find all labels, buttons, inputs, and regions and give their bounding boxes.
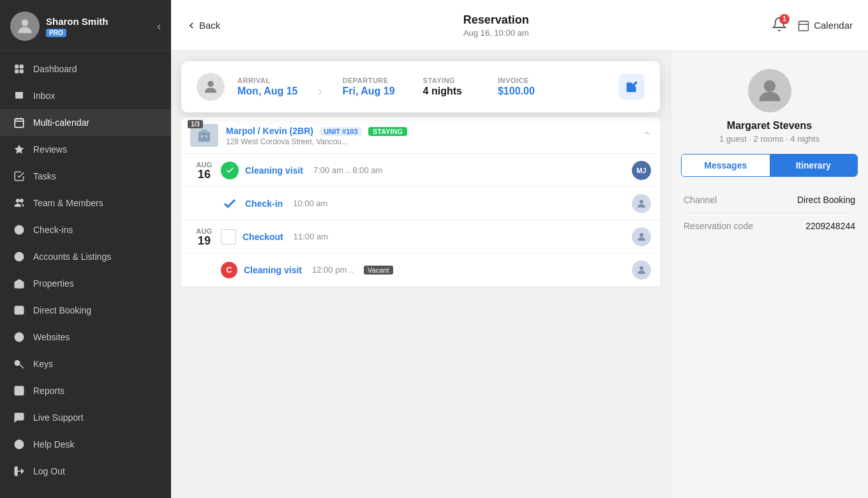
keys-icon [13,358,26,370]
reservation-card: ARRIVAL Mon, Aug 15 › DEPARTURE Fri, Aug… [181,61,660,112]
topbar-right: 1 Calendar [772,17,853,34]
svg-rect-4 [20,70,24,73]
property-header: 1/3 Marpol / Kevin (2BR) UNIT #103 STAYI… [181,117,660,154]
checkout-event-name[interactable]: Checkout [243,232,283,242]
sidebar-item-label: Help Desk [33,439,75,449]
sidebar-item-properties[interactable]: Properties [0,270,171,297]
sidebar-user: Sharon Smith PRO [10,11,108,41]
sidebar: Sharon Smith PRO ‹ Dashboard Inbox Multi [0,0,171,498]
day-label-16: AUG 16 [190,161,221,180]
sidebar-item-direct-booking[interactable]: Direct Booking [0,297,171,324]
event-row-cleaning-16: AUG 16 Cleaning visit 7:00 am .. 8:00 am… [181,154,660,187]
property-name[interactable]: Marpol / Kevin (2BR) [226,126,313,136]
topbar-title: Reservation [463,13,529,27]
svg-rect-14 [18,285,21,288]
svg-rect-3 [15,70,19,73]
svg-point-31 [640,200,643,204]
cleaning-aug19-avatar [632,260,651,280]
sidebar-item-websites[interactable]: Websites [0,324,171,351]
svg-rect-5 [15,119,24,128]
reservation-code-label: Reservation code [684,221,753,231]
user-name: Sharon Smith [46,16,108,27]
reservation-edit-button[interactable] [619,74,645,100]
sidebar-item-keys[interactable]: Keys [0,351,171,377]
invoice-field: INVOICE $100.00 [498,77,535,97]
sidebar-item-label: Team & Members [33,198,103,208]
sidebar-item-logout[interactable]: Log Out [0,458,171,485]
reservation-guest-icon [197,73,225,101]
svg-marker-9 [15,145,24,154]
sidebar-item-label: Check-ins [33,225,73,235]
cleaning-event-time: 7:00 am .. 8:00 am [313,165,382,175]
svg-point-34 [763,80,775,92]
invoice-value: $100.00 [498,86,535,97]
checkin-event-name[interactable]: Check-in [245,199,283,209]
sidebar-item-reviews[interactable]: Reviews [0,136,171,163]
sidebar-header: Sharon Smith PRO ‹ [0,0,171,50]
accounts-icon [13,250,26,263]
sidebar-item-help-desk[interactable]: Help Desk [0,431,171,458]
guest-icon [202,78,220,96]
collapse-button[interactable]: ‹ [157,20,161,33]
reservation-fields: ARRIVAL Mon, Aug 15 › DEPARTURE Fri, Aug… [237,76,606,98]
back-button[interactable]: Back [186,20,220,31]
sidebar-item-label: Direct Booking [33,305,91,315]
inbox-icon [13,89,26,102]
blue-checkmark [222,196,237,211]
sidebar-item-label: Reports [33,386,64,396]
sidebar-item-checkins[interactable]: Check-ins [0,216,171,243]
checkout-event: Checkout 11:00 am [221,223,632,251]
svg-rect-30 [206,135,207,137]
cleaning-event-name[interactable]: Cleaning visit [245,165,303,176]
user-pro-badge: PRO [46,29,66,37]
checkin-event-avatar [632,194,651,213]
svg-rect-2 [20,64,24,68]
sidebar-item-inbox[interactable]: Inbox [0,82,171,109]
notification-badge: 1 [779,14,789,24]
cleaning-event-assignee: MJ [632,161,651,180]
svg-point-11 [20,199,24,202]
sidebar-item-accounts[interactable]: Accounts & Listings [0,243,171,270]
sidebar-item-multi-calendar[interactable]: Multi-calendar [0,109,171,136]
guest-name: Margaret Stevens [727,120,812,132]
event-row-checkout-19: AUG 19 Checkout 11:00 am [181,220,660,253]
notifications-button[interactable]: 1 [772,17,787,34]
sidebar-item-label: Live Support [33,412,84,423]
calendar-label: Calendar [814,20,853,31]
checkin-event: Check-in 10:00 am [221,188,632,219]
guest-small-avatar [632,194,651,213]
svg-point-10 [17,199,20,202]
sidebar-nav: Dashboard Inbox Multi-calendar Reviews [0,50,171,498]
svg-point-33 [640,266,643,270]
check-icon [225,165,235,175]
edit-icon [625,80,638,93]
right-panel-guest-info: Margaret Stevens 1 guest · 2 rooms · 4 n… [671,51,868,154]
vacant-badge: Vacant [364,266,393,275]
sidebar-item-label: Properties [33,278,74,289]
cleaning-event-aug19-name[interactable]: Cleaning visit [244,265,302,275]
building-icon [197,128,212,143]
sidebar-item-live-support[interactable]: Live Support [0,404,171,431]
tab-messages[interactable]: Messages [682,155,770,176]
property-info: Marpol / Kevin (2BR) UNIT #103 STAYING 1… [226,125,635,146]
sidebar-item-team[interactable]: Team & Members [0,190,171,216]
property-collapse-button[interactable]: ⌃ [643,130,651,142]
avatar [10,11,40,41]
star-icon [13,143,26,156]
tab-itinerary[interactable]: Itinerary [770,155,858,176]
sidebar-item-reports[interactable]: Reports [0,377,171,404]
body-area: ARRIVAL Mon, Aug 15 › DEPARTURE Fri, Aug… [171,51,868,498]
main-content: Back Reservation Aug 16, 10:00 am 1 Cale… [171,0,868,498]
booking-icon [13,304,26,317]
topbar-subtitle: Aug 16, 10:00 am [463,28,529,38]
calendar-button[interactable]: Calendar [797,19,853,32]
sidebar-item-dashboard[interactable]: Dashboard [0,56,171,82]
person-icon [636,198,647,209]
guest-meta: 1 guest · 2 rooms · 4 nights [719,134,819,144]
topbar: Back Reservation Aug 16, 10:00 am 1 Cale… [171,0,868,51]
calendar-icon [13,116,26,129]
topbar-center: Reservation Aug 16, 10:00 am [463,13,529,38]
svg-point-27 [207,81,213,87]
sidebar-item-label: Multi-calendar [33,117,89,128]
sidebar-item-tasks[interactable]: Tasks [0,163,171,190]
